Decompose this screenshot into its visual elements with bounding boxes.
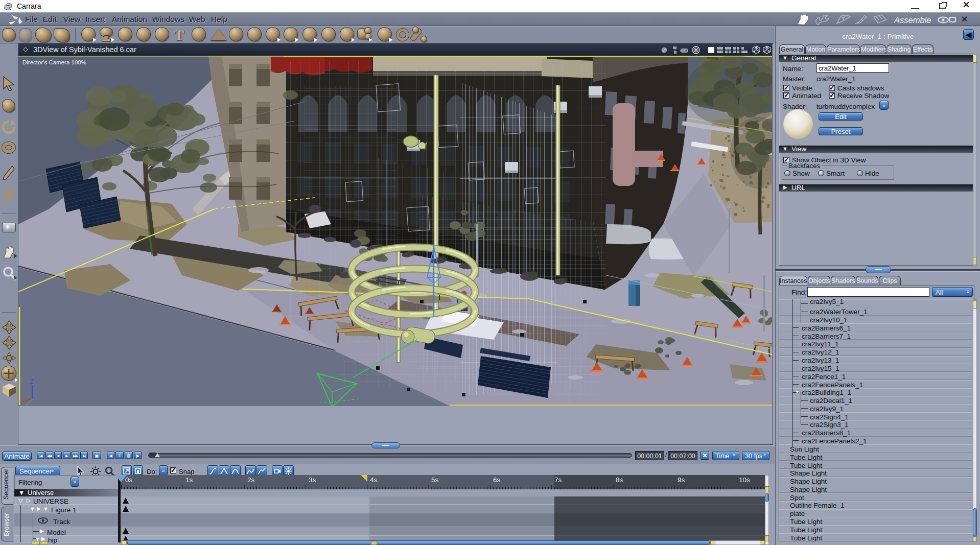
- svg-text:Director's Camera 100%: Director's Camera 100%: [22, 59, 86, 65]
- svg-text:10s: 10s: [739, 476, 750, 484]
- svg-text:2s: 2s: [247, 476, 255, 484]
- svg-text:4s: 4s: [370, 476, 378, 484]
- svg-text:Z: Z: [30, 378, 33, 385]
- svg-text:x: x: [19, 399, 22, 404]
- svg-text:7s: 7s: [554, 476, 562, 484]
- svg-text:5s: 5s: [431, 476, 439, 484]
- svg-text:1s: 1s: [185, 476, 193, 484]
- svg-text:3s: 3s: [309, 476, 316, 484]
- svg-text:9s: 9s: [678, 476, 685, 484]
- svg-text:6s: 6s: [493, 476, 501, 484]
- svg-text:8s: 8s: [616, 476, 623, 484]
